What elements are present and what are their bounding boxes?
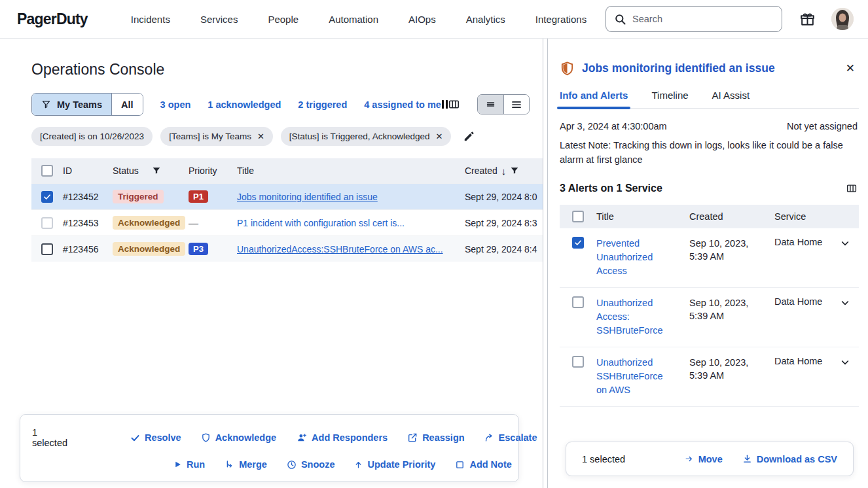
incident-id: #123453 <box>63 218 113 228</box>
chip-status[interactable]: [Status] is Triggered, Acknowledged ✕ <box>281 127 452 146</box>
incident-title-link[interactable]: P1 incident with configuration ssl cert … <box>237 218 465 228</box>
add-note-label: Add Note <box>469 459 511 470</box>
all-label: All <box>121 99 134 110</box>
alert-row-1[interactable]: Prevented Unauthorized Access Sep 10, 20… <box>560 228 859 288</box>
filter-toolbar: My Teams All 3 open 1 acknowledged 2 tri… <box>31 93 543 116</box>
assignment-status: Not yet assigned <box>787 121 858 131</box>
priority-badge: P1 <box>189 190 208 203</box>
alerts-select-all-checkbox[interactable] <box>572 211 584 222</box>
alert-title-link[interactable]: Prevented Unauthorized Access <box>596 237 667 278</box>
close-icon[interactable]: ✕ <box>843 60 858 77</box>
chip-created-label: [Created] is on 10/26/2023 <box>40 131 144 141</box>
nav-item-automation[interactable]: Automation <box>329 14 378 25</box>
filter-funnel-icon <box>41 99 51 109</box>
status-badge: Triggered <box>113 190 164 203</box>
primary-nav: Incidents Services People Automation AIO… <box>131 14 587 25</box>
nav-item-aiops[interactable]: AIOps <box>408 14 436 25</box>
alerts-table: Title Created Service Prevented Unauthor… <box>560 205 859 407</box>
search-input[interactable] <box>632 14 774 24</box>
tab-timeline[interactable]: Timeline <box>651 90 688 108</box>
move-button[interactable]: Move <box>684 454 723 464</box>
reassign-button[interactable]: Reassign <box>407 432 464 443</box>
play-icon <box>173 460 182 469</box>
incident-row-123453[interactable]: #123453 Acknowledged — P1 incident with … <box>31 209 543 235</box>
status-badge: Acknowledged <box>113 216 185 230</box>
gift-icon[interactable] <box>799 11 816 27</box>
row-checkbox[interactable] <box>41 243 53 255</box>
created-filter-icon[interactable] <box>510 166 519 175</box>
chip-teams[interactable]: [Teams] is My Teams ✕ <box>160 127 273 146</box>
col-created[interactable]: Created <box>465 166 497 176</box>
pause-icon[interactable] <box>442 100 448 109</box>
chip-created[interactable]: [Created] is on 10/26/2023 <box>31 127 153 146</box>
filter-acknowledged[interactable]: 1 acknowledged <box>208 99 281 110</box>
alert-row-3[interactable]: Unauthorized SSHBruteForce on AWS Sep 10… <box>560 347 859 407</box>
add-note-button[interactable]: Add Note <box>455 459 511 470</box>
search-icon <box>614 13 626 26</box>
filter-triggered[interactable]: 2 triggered <box>298 99 347 110</box>
edit-filters-icon[interactable] <box>463 130 475 143</box>
alert-checkbox[interactable] <box>572 237 584 249</box>
team-scope-toggle: My Teams All <box>31 93 143 116</box>
global-search[interactable] <box>606 6 782 32</box>
row-checkbox[interactable] <box>41 217 53 229</box>
escalate-label: Escalate <box>499 432 537 443</box>
chevron-down-icon[interactable] <box>840 298 861 308</box>
add-responders-button[interactable]: Add Responders <box>296 432 388 443</box>
tab-ai-assist[interactable]: AI Assist <box>712 90 750 108</box>
merge-button[interactable]: Merge <box>225 459 267 470</box>
download-csv-button[interactable]: Download as CSV <box>742 454 837 464</box>
alerts-selected-count: 1 selected <box>582 454 625 464</box>
chip-status-remove-icon[interactable]: ✕ <box>435 131 443 141</box>
update-priority-button[interactable]: Update Priority <box>354 459 435 470</box>
status-badge: Acknowledged <box>113 242 185 256</box>
nav-item-integrations[interactable]: Integrations <box>535 14 587 25</box>
selected-count: 1 selected <box>32 427 67 448</box>
pagerduty-logo[interactable]: PagerDuty <box>17 10 88 28</box>
all-teams-toggle[interactable]: All <box>111 94 143 115</box>
alert-created: Sep 10, 2023, 5:39 AM <box>689 237 763 264</box>
nav-item-analytics[interactable]: Analytics <box>466 14 505 25</box>
acknowledge-label: Acknowledge <box>215 432 276 443</box>
incident-table-header: ID Status Priority Title Created ↓ <box>31 158 543 183</box>
escalate-button[interactable]: Escalate <box>484 432 537 443</box>
columns-icon[interactable] <box>448 98 460 111</box>
chip-teams-remove-icon[interactable]: ✕ <box>257 131 264 141</box>
update-priority-label: Update Priority <box>367 459 435 470</box>
run-button[interactable]: Run <box>173 459 205 470</box>
nav-item-services[interactable]: Services <box>200 14 238 25</box>
alert-checkbox[interactable] <box>572 296 584 308</box>
row-checkbox[interactable] <box>41 191 53 203</box>
incident-title-link[interactable]: UnauthorizedAccess:SSHBruteForce on AWS … <box>237 244 465 254</box>
alert-title-link[interactable]: Unauthorized Access: SSHBruteForce <box>596 296 667 338</box>
density-comfort-button[interactable] <box>503 95 529 114</box>
alert-title-link[interactable]: Unauthorized SSHBruteForce on AWS <box>596 356 667 397</box>
page-title: Operations Console <box>31 61 543 78</box>
alert-service: Data Home <box>774 356 840 366</box>
status-filter-icon[interactable] <box>152 166 161 175</box>
alert-row-2[interactable]: Unauthorized Access: SSHBruteForce Sep 1… <box>560 288 859 347</box>
priority-none: — <box>189 217 237 228</box>
my-teams-toggle[interactable]: My Teams <box>32 94 111 115</box>
acknowledge-button[interactable]: Acknowledge <box>201 432 276 443</box>
alerts-columns-icon[interactable] <box>846 183 858 194</box>
snooze-button[interactable]: Snooze <box>287 459 335 470</box>
incident-row-123456[interactable]: #123456 Acknowledged P3 UnauthorizedAcce… <box>31 235 543 262</box>
incident-title-link[interactable]: Jobs monitoring identified an issue <box>237 192 465 202</box>
sort-desc-icon[interactable]: ↓ <box>501 166 507 177</box>
latest-note: Latest Note: Tracking this down in logs,… <box>558 138 859 167</box>
user-avatar[interactable] <box>831 8 854 30</box>
alert-checkbox[interactable] <box>572 356 584 368</box>
tab-info-and-alerts[interactable]: Info and Alerts <box>560 90 628 108</box>
filter-open[interactable]: 3 open <box>160 99 191 110</box>
chevron-down-icon[interactable] <box>840 238 861 249</box>
resolve-button[interactable]: Resolve <box>130 432 181 443</box>
density-compact-button[interactable] <box>478 95 503 114</box>
filter-assigned-to-me[interactable]: 4 assigned to me <box>364 99 448 110</box>
nav-item-incidents[interactable]: Incidents <box>131 14 170 25</box>
alert-created: Sep 10, 2023, 5:39 AM <box>689 296 763 323</box>
incident-row-123452[interactable]: #123452 Triggered P1 Jobs monitoring ide… <box>31 183 543 209</box>
chevron-down-icon[interactable] <box>840 357 861 368</box>
select-all-checkbox[interactable] <box>41 165 53 177</box>
nav-item-people[interactable]: People <box>268 14 298 25</box>
